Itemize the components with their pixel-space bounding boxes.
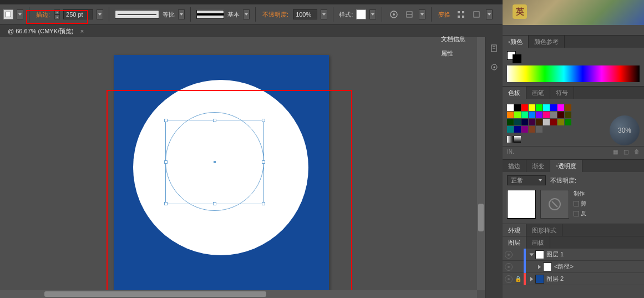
swatch[interactable] <box>557 119 564 125</box>
layer-name[interactable]: 图层 2 <box>546 275 564 283</box>
swatch[interactable] <box>557 112 564 118</box>
handle-tr[interactable] <box>262 119 265 122</box>
swatch[interactable] <box>536 126 542 133</box>
gradient-swatch[interactable] <box>507 136 514 143</box>
document-tab[interactable]: @ 66.67% (CMYK/预览) <box>3 27 78 36</box>
swatch[interactable] <box>543 112 550 118</box>
swatch[interactable] <box>514 112 521 118</box>
handle-br[interactable] <box>262 202 265 205</box>
lock-icon[interactable] <box>515 264 521 270</box>
visibility-icon[interactable] <box>505 251 513 259</box>
swatch[interactable] <box>521 126 528 133</box>
new-swatch-icon[interactable]: ◫ <box>623 149 628 155</box>
swatch[interactable] <box>521 119 528 125</box>
tab-symbols[interactable]: 符号 <box>550 87 574 99</box>
swatch[interactable] <box>514 126 521 133</box>
vertical-scrollbar[interactable] <box>477 37 485 290</box>
width-profile-preview[interactable] <box>115 10 159 19</box>
tab-brushes[interactable]: 画笔 <box>526 87 550 99</box>
tab-transparency[interactable]: ◦透明度 <box>550 160 582 172</box>
swatch[interactable] <box>565 119 571 125</box>
delete-swatch-icon[interactable]: 🗑 <box>634 149 640 155</box>
disclosure-triangle-icon[interactable] <box>538 265 541 269</box>
gradient-swatch[interactable] <box>514 136 521 143</box>
visibility-icon[interactable] <box>505 263 513 271</box>
layer-name[interactable]: 图层 1 <box>546 250 564 259</box>
swatch[interactable] <box>529 104 535 111</box>
handle-mr[interactable] <box>262 160 265 164</box>
handle-ml[interactable] <box>164 160 168 164</box>
profile-dropdown[interactable] <box>243 9 250 19</box>
swatch[interactable] <box>507 112 514 118</box>
stroke-dropdown[interactable] <box>97 9 103 19</box>
dock-label-props[interactable]: 属性 <box>441 49 453 58</box>
style-swatch[interactable] <box>356 9 366 19</box>
style-dropdown[interactable] <box>369 9 376 19</box>
swatch[interactable] <box>529 126 535 133</box>
stroke-indicator[interactable] <box>513 54 521 63</box>
dock-label-docinfo[interactable]: 文档信息 <box>441 35 465 43</box>
layer-thumbnail[interactable] <box>535 275 544 284</box>
swatch[interactable] <box>543 104 550 111</box>
color-spectrum[interactable] <box>507 65 640 82</box>
handle-tl[interactable] <box>164 119 168 122</box>
layer-row[interactable]: <路径> <box>503 261 644 273</box>
selection-bounding-box[interactable] <box>165 120 264 204</box>
swatch[interactable] <box>565 104 571 111</box>
blend-mode-select[interactable]: 正常 <box>507 175 546 185</box>
mask-thumbnail[interactable] <box>540 190 569 219</box>
swatch[interactable] <box>550 104 557 111</box>
tint-knob[interactable]: 30% <box>610 115 640 145</box>
swatch[interactable] <box>550 112 557 118</box>
disclosure-triangle-icon[interactable] <box>530 253 534 256</box>
object-thumbnail[interactable] <box>507 190 536 219</box>
swatch[interactable] <box>521 104 528 111</box>
lock-icon[interactable]: 🔒 <box>515 276 521 282</box>
layer-thumbnail[interactable] <box>535 250 544 259</box>
swatch[interactable] <box>514 104 521 111</box>
transform-dropdown[interactable] <box>486 9 493 19</box>
swatch[interactable] <box>543 119 550 125</box>
swatch[interactable] <box>557 104 564 111</box>
close-icon[interactable]: × <box>78 28 86 34</box>
fill-swatch[interactable] <box>3 9 13 19</box>
handle-tc[interactable] <box>213 119 216 122</box>
layer-name[interactable]: <路径> <box>554 262 574 271</box>
swatch[interactable] <box>514 119 521 125</box>
stroke-spin[interactable]: ▲▼ <box>54 9 60 19</box>
tab-stroke[interactable]: 描边 <box>503 160 526 172</box>
transform-grid-icon[interactable] <box>455 8 467 21</box>
layer-row[interactable]: 🔒图层 2 <box>503 273 644 285</box>
handle-bl[interactable] <box>164 202 168 205</box>
opacity-input[interactable]: 100% <box>293 9 317 19</box>
horizontal-scrollbar[interactable] <box>0 290 477 298</box>
layer-row[interactable]: 图层 1 <box>503 249 644 261</box>
swatch[interactable] <box>565 112 571 118</box>
layer-thumbnail[interactable] <box>543 262 552 271</box>
handle-bc[interactable] <box>213 202 216 205</box>
swatch[interactable] <box>536 119 542 125</box>
transform-label[interactable]: 变换 <box>438 11 450 19</box>
isolate-icon[interactable] <box>470 8 483 21</box>
visibility-icon[interactable] <box>505 275 513 283</box>
brush-preview[interactable] <box>196 10 224 19</box>
swatch[interactable] <box>507 119 514 125</box>
opacity-dropdown[interactable] <box>321 9 327 19</box>
swatch[interactable] <box>507 126 514 133</box>
swatch-grid[interactable] <box>507 102 574 135</box>
tab-layers[interactable]: 图层 <box>503 236 526 249</box>
recolor-icon[interactable] <box>388 8 400 21</box>
align-icon[interactable] <box>403 8 415 21</box>
tab-appearance[interactable]: 外观 <box>503 224 526 236</box>
swatch[interactable] <box>536 112 542 118</box>
artboard[interactable] <box>114 55 329 290</box>
stroke-value-input[interactable]: 250 pt <box>63 9 93 19</box>
tab-artboards[interactable]: 画板 <box>526 236 550 249</box>
swatch-lib-link[interactable]: IN. <box>507 149 514 155</box>
swatch[interactable] <box>529 112 535 118</box>
fill-dropdown[interactable] <box>17 9 23 19</box>
swatch[interactable] <box>550 119 557 125</box>
tab-swatches[interactable]: 色板 <box>503 87 526 99</box>
swatch[interactable] <box>529 119 535 125</box>
lock-icon[interactable] <box>515 251 521 258</box>
